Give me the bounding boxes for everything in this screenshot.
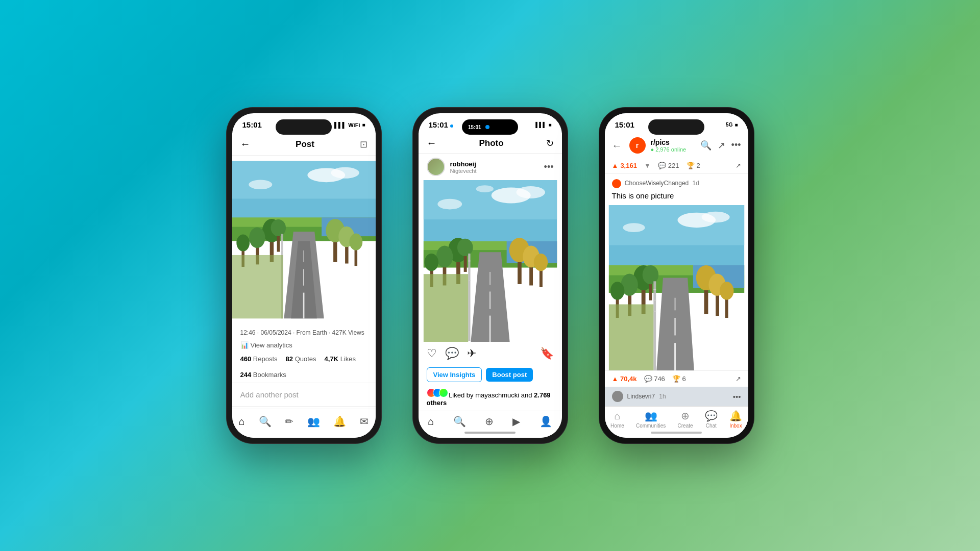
likes-avatars [427,388,445,397]
dynamic-island-1 [276,119,332,135]
awards-count: 🏆 2 [687,162,700,169]
bottom-nav-2: ⌂ 🔍 ⊕ ▶ 👤 [419,411,562,438]
user-avatar-2 [427,158,445,176]
svg-point-50 [424,254,438,271]
user-info-bar: robhoeij Nigtevecht ••• [419,154,562,180]
phone2-header: ← Photo ↻ [419,133,562,154]
time-2: 15:01 [429,120,454,129]
nav-home-2[interactable]: ⌂ [428,416,434,428]
nav-reels-2[interactable]: ▶ [512,415,520,428]
reposts-stat: 460 Reposts [240,355,278,363]
user-details: robhoeij Nigtevecht [450,160,477,174]
nav-messages-1[interactable]: ✉ [360,415,369,428]
search-icon-3[interactable]: 🔍 [700,140,712,151]
svg-point-81 [610,282,624,299]
svg-rect-59 [468,254,470,341]
svg-point-35 [516,186,545,198]
likes-text: Liked by mayaschmucki and 2.769 others [419,386,562,411]
username: robhoeij [450,160,477,168]
svg-rect-1 [232,161,376,199]
insights-bar: View Insights Boost post [419,365,562,386]
nav-search-1[interactable]: 🔍 [259,415,272,428]
nav-profile-2[interactable]: 👤 [540,415,552,428]
like-button[interactable]: ♡ [427,347,437,360]
post-stats-3: ▲ 70,4k 💬 746 🏆 6 ↗ [605,370,748,387]
post-meta-1: 12:46 · 06/05/2024 · From Earth · 427K V… [232,324,376,339]
nav-community-1[interactable]: 👥 [307,415,320,428]
inbox-icon-3: 🔔 [729,410,742,422]
post-author[interactable]: ChooseWiselyChanged 1d [612,180,699,187]
svg-point-26 [349,234,362,251]
nav-create-3[interactable]: ⊕ Create [678,410,693,429]
back-button-2[interactable]: ← [427,137,437,149]
comment-user-bar: Lindsevri7 1h ••• [605,387,748,406]
analytics-link[interactable]: 📊 View analytics [232,339,376,351]
svg-point-58 [533,254,547,271]
commenter-name[interactable]: Lindsevri7 [627,393,655,400]
home-icon-3: ⌂ [614,410,620,422]
signal-icon-3: 5G [726,122,732,128]
nav-home-1[interactable]: ⌂ [239,416,245,428]
downvote-button[interactable]: ▼ [644,162,651,169]
refresh-button[interactable]: ↻ [546,138,554,149]
communities-icon-3: 👥 [645,410,657,422]
phone-reddit: 15:01 5G ■ ← r r/pics ● 2,976 online 🔍 ↗… [599,107,754,444]
comments-count[interactable]: 💬 221 [658,162,679,169]
nav-compose-1[interactable]: ✏ [285,415,293,428]
add-post-field[interactable]: Add another post [232,383,376,407]
page-title-2: Photo [437,138,546,148]
svg-point-20 [271,219,285,236]
create-icon-3: ⊕ [681,410,690,422]
svg-rect-94 [608,304,653,370]
subreddit-info: r/pics ● 2,976 online [651,138,695,153]
bookmark-button[interactable]: 🔖 [540,347,554,360]
svg-point-67 [701,212,729,223]
comment-more[interactable]: ••• [733,392,741,401]
post-score[interactable]: ▲ 70,4k [612,375,637,383]
back-button-1[interactable]: ← [240,138,251,150]
ig-time-pill: 15:01 [468,124,481,130]
view-insights-button[interactable]: View Insights [427,367,482,382]
upvote-button[interactable]: ▲ 3,161 [612,162,637,169]
share-icon-3[interactable]: ↗ [718,140,725,151]
share-button[interactable]: ✈ [467,347,476,360]
post-image-3 [605,205,748,370]
nav-home-3[interactable]: ⌂ Home [610,410,624,429]
share-button-3[interactable]: ↗ [736,162,741,169]
post-comments[interactable]: 💬 746 [644,375,665,383]
analytics-icon: 📊 [240,341,249,349]
grid-icon-1[interactable]: ⊡ [360,139,368,150]
user-location: Nigtevecht [450,168,477,174]
likes-stat: 4,7K Likes [325,355,356,363]
action-icons-bar: ♡ 💬 ✈ [427,347,476,360]
svg-rect-31 [232,255,283,318]
svg-point-48 [436,246,453,268]
post-share[interactable]: ↗ [736,375,741,383]
phone-instagram: 15:01 15:01 ▌▌▌ ■ ← Photo ↻ robhoeij Nig… [412,107,568,444]
more-button-2[interactable]: ••• [544,162,554,172]
status-icons-3: 5G ■ [726,122,738,128]
home-indicator-2 [464,432,516,434]
battery-icon-2: ■ [548,122,551,128]
post-actions: ♡ 💬 ✈ 🔖 [419,342,562,365]
post-meta-3: ChooseWiselyChanged 1d [605,174,748,189]
status-icons-1: ▌▌▌ WiFi ■ [334,122,365,128]
svg-point-36 [437,199,462,210]
post-stats: 460 Reposts 82 Quotes 4,7K Likes 244 Boo… [232,351,376,383]
phone1-header: ← Post ⊡ [232,133,376,156]
nav-add-2[interactable]: ⊕ [485,415,494,428]
nav-search-2[interactable]: 🔍 [453,415,466,428]
post-awards: 🏆 6 [672,375,686,383]
more-icon-3[interactable]: ••• [731,140,741,151]
subreddit-header: ← r r/pics ● 2,976 online 🔍 ↗ ••• [605,133,748,158]
signal-icon-1: ▌▌▌ [334,122,346,128]
back-button-3[interactable]: ← [612,140,622,152]
nav-inbox-3[interactable]: 🔔 Inbox [729,410,742,429]
wifi-icon-1: WiFi [348,122,360,128]
svg-point-37 [476,185,493,192]
boost-post-button[interactable]: Boost post [486,368,533,382]
nav-chat-3[interactable]: 💬 Chat [705,410,718,429]
nav-notifications-1[interactable]: 🔔 [333,415,346,428]
comment-button[interactable]: 💬 [445,347,459,360]
nav-communities-3[interactable]: 👥 Communities [636,410,666,429]
